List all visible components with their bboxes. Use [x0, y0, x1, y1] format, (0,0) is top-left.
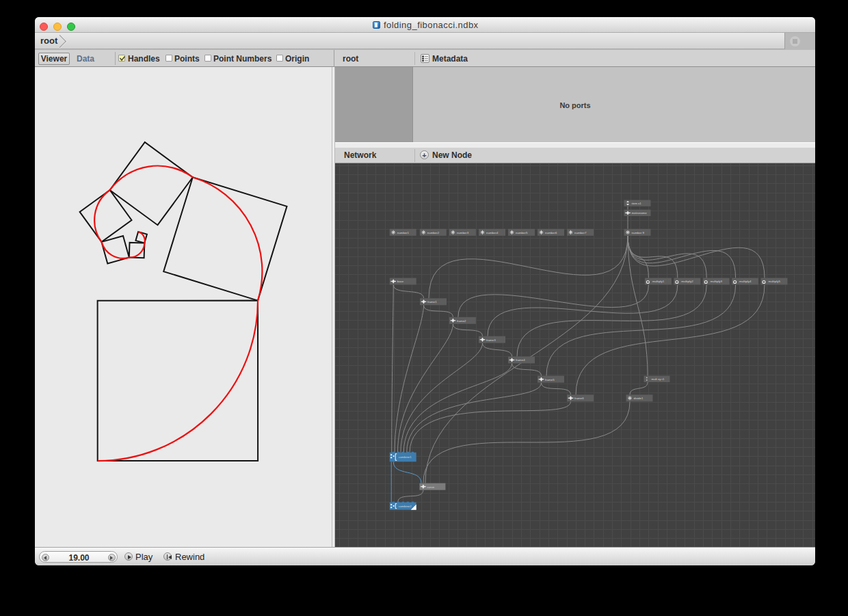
svg-text:metronome: metronome [632, 211, 648, 215]
svg-text:number3: number3 [457, 231, 469, 235]
svg-text:base: base [397, 280, 404, 283]
svg-text:item x1: item x1 [632, 202, 642, 205]
svg-text:frame3: frame3 [486, 338, 496, 342]
svg-text:frame6: frame6 [574, 397, 584, 400]
svg-text:mult xy r1: mult xy r1 [652, 377, 665, 381]
svg-text:number4: number4 [486, 231, 499, 235]
svg-text:multiply4: multiply4 [739, 280, 752, 283]
svg-text:frame2: frame2 [457, 319, 466, 323]
svg-text:multiply5: multiply5 [769, 280, 781, 283]
svg-text:frame4: frame4 [516, 358, 525, 362]
svg-text:number5: number5 [516, 231, 528, 235]
svg-text:combine2: combine2 [399, 505, 412, 508]
svg-text:curve: curve [427, 485, 434, 489]
svg-text:number2: number2 [427, 231, 440, 235]
svg-text:number6: number6 [545, 231, 557, 235]
svg-text:multiply3: multiply3 [711, 280, 723, 283]
svg-text:multiply1: multiply1 [652, 280, 665, 283]
svg-text:number 9: number 9 [632, 231, 645, 235]
svg-text:combine1: combine1 [399, 455, 412, 459]
svg-text:frame1: frame1 [427, 300, 437, 304]
svg-text:number1: number1 [397, 231, 410, 235]
svg-text:frame5: frame5 [545, 378, 555, 381]
svg-text:multiply2: multiply2 [681, 280, 693, 283]
svg-text:number7: number7 [574, 231, 587, 235]
svg-text:divide1: divide1 [634, 397, 644, 400]
